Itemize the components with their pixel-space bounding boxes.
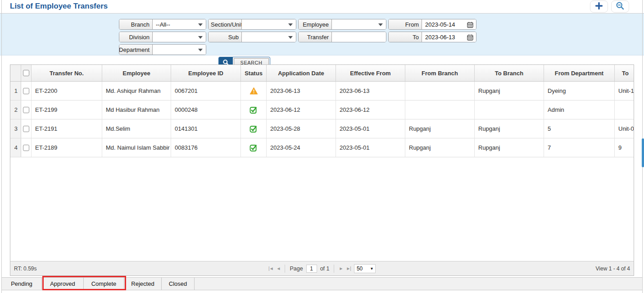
title-bar: List of Employee Transfers [0,0,644,14]
table-body: 1ET-2200Md. Ashiqur Rahman00672012023-06… [10,82,634,157]
page-size-select[interactable]: 50 ▾ [354,264,376,273]
cell-to_department: Unit-1 [615,82,634,100]
branch-value: --All-- [156,21,170,28]
section-unit-select[interactable] [242,19,296,29]
cell-employee: Md. Naimul Islam Sabbir [102,138,171,157]
division-select[interactable] [153,32,206,42]
row-number: 3 [10,119,21,138]
select-all-checkbox[interactable] [23,70,29,76]
column-header-transfer_no[interactable]: Transfer No. [32,65,102,81]
transfer-input[interactable] [335,34,383,41]
tab-rejected[interactable]: Rejected [124,278,162,290]
to-label: To [389,32,422,42]
warning-icon [249,87,258,95]
to-date-filter: To 2023-06-13 [388,32,476,42]
page-size-value: 50 [357,266,363,272]
cell-effective_from: 2023-06-12 [336,101,405,119]
status-cell [241,138,267,157]
approved-check-icon [249,106,258,114]
chevron-down-icon [288,36,293,39]
response-time: RT: 0.59s [14,266,36,272]
employee-label: Employee [299,19,332,29]
column-header-to_department[interactable]: To [615,65,634,81]
calendar-icon[interactable] [467,34,473,42]
row-number: 4 [10,138,21,157]
prev-page-button[interactable]: ◄ [277,266,281,271]
pager-controls: |◄ ◄ Page 1 of 1 ► ►| 50 ▾ [268,264,376,273]
cell-from_branch [405,101,475,119]
row-checkbox[interactable] [23,107,29,113]
chevron-down-icon [198,49,203,51]
table-row[interactable]: 4ET-2189Md. Naimul Islam Sabbir008317620… [10,138,634,157]
column-header-to_branch[interactable]: To Branch [475,65,544,81]
plus-icon [595,2,603,12]
sub-select[interactable] [242,32,296,42]
column-header-status[interactable]: Status [241,65,267,81]
table-row[interactable]: 2ET-2199Md Hasibur Rahman00002482023-06-… [10,101,634,119]
column-header-from_department[interactable]: From Department [544,65,615,81]
cell-transfer_no: ET-2189 [32,138,102,157]
cell-employee: Md. Ashiqur Rahman [102,82,171,100]
cell-to_branch: Rupganj [475,119,544,138]
tab-complete[interactable]: Complete [84,278,124,290]
tab-closed[interactable]: Closed [162,278,195,290]
page-number-input[interactable]: 1 [306,265,317,273]
column-header-from_branch[interactable]: From Branch [405,65,475,81]
status-cell [241,101,267,119]
division-label: Division [119,32,153,42]
filter-panel: Branch --All-- Division Department Secti… [0,14,644,55]
transfers-grid: Transfer No.EmployeeEmployee IDStatusApp… [10,64,634,276]
row-checkbox-cell [21,119,32,138]
row-checkbox[interactable] [23,126,29,132]
column-header-effective_from[interactable]: Effective From [336,65,405,81]
scrollbar-thumb[interactable] [642,138,644,167]
cell-from_branch: Rupganj [405,138,475,157]
column-header-employee[interactable]: Employee [102,65,171,81]
transfer-label: Transfer [299,32,332,42]
approved-check-icon [249,144,258,152]
table-row[interactable]: 3ET-2191Md.Selim01413012023-05-282023-05… [10,119,634,138]
column-header-employee_id[interactable]: Employee ID [171,65,241,81]
sub-filter: Sub [208,32,296,42]
last-page-button[interactable]: ►| [346,266,351,271]
cell-from_department: 5 [544,119,615,138]
cell-from_department: Dyeing [544,82,615,100]
table-row[interactable]: 1ET-2200Md. Ashiqur Rahman00672012023-06… [10,82,634,101]
cell-effective_from: 2023-05-01 [336,138,405,157]
section-unit-filter: Section/Unit [208,19,296,30]
employee-select[interactable] [332,19,386,29]
cell-employee: Md Hasibur Rahman [102,101,171,119]
tab-approved[interactable]: Approved [42,278,84,290]
status-tab-bar: PendingApprovedCompleteRejectedClosed [2,277,643,290]
cell-application_date: 2023-05-28 [267,119,336,138]
cell-application_date: 2023-05-24 [267,138,336,157]
page-title: List of Employee Transfers [10,2,108,11]
column-header-seq [10,65,21,81]
column-header-application_date[interactable]: Application Date [267,65,336,81]
column-header-check [21,65,32,81]
chevron-down-icon [378,23,383,26]
department-select[interactable] [153,45,206,55]
first-page-button[interactable]: |◄ [268,266,273,271]
transfer-filter: Transfer [298,32,386,42]
cell-transfer_no: ET-2191 [32,119,102,138]
chevron-down-icon [198,36,203,39]
add-transfer-button[interactable] [590,0,608,13]
from-label: From [389,19,422,29]
branch-select[interactable]: --All-- [153,19,206,29]
cell-to_department [615,101,634,119]
chevron-down-icon [288,23,293,26]
from-date-filter: From 2023-05-14 [388,19,476,30]
calendar-icon[interactable] [467,22,473,29]
to-date-input[interactable]: 2023-06-13 [422,32,476,42]
from-date-input[interactable]: 2023-05-14 [422,19,476,29]
row-checkbox[interactable] [23,145,29,151]
cell-effective_from: 2023-05-01 [336,119,405,138]
cell-employee_id: 0067201 [171,82,241,100]
row-checkbox[interactable] [23,88,29,94]
cell-to_department: Unit-0 [615,119,634,138]
tab-pending[interactable]: Pending [2,278,42,290]
next-page-button[interactable]: ► [339,266,343,271]
zoom-out-button[interactable] [611,0,629,13]
cell-transfer_no: ET-2200 [32,82,102,100]
